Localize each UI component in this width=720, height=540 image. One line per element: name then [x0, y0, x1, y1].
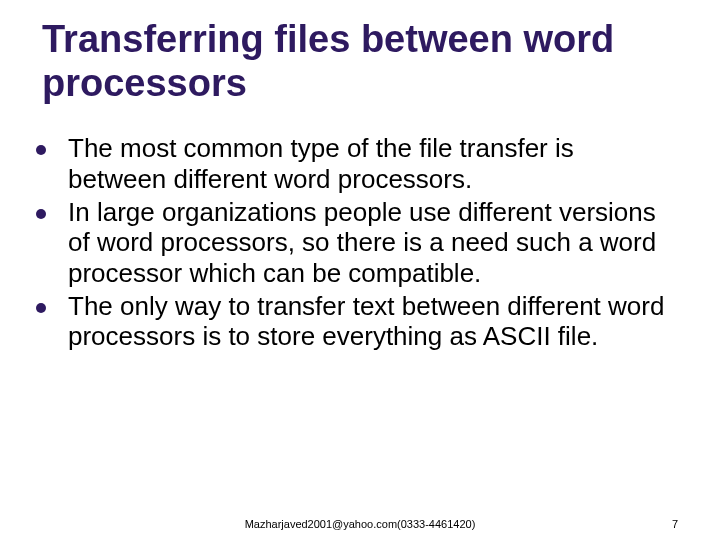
bullet-text: In large organizations people use differ… — [68, 197, 678, 289]
bullet-text: The only way to transfer text between di… — [68, 291, 678, 352]
bullet-item: The only way to transfer text between di… — [42, 291, 678, 352]
bullet-icon — [36, 303, 46, 313]
bullet-item: The most common type of the file transfe… — [42, 133, 678, 194]
bullet-icon — [36, 145, 46, 155]
footer-contact: Mazharjaved2001@yahoo.com(0333-4461420) — [245, 518, 476, 530]
slide-title: Transferring files between word processo… — [42, 18, 678, 105]
bullet-text: The most common type of the file transfe… — [68, 133, 678, 194]
bullet-item: In large organizations people use differ… — [42, 197, 678, 289]
page-number: 7 — [672, 518, 678, 530]
bullet-icon — [36, 209, 46, 219]
slide-body: The most common type of the file transfe… — [42, 133, 678, 352]
slide: Transferring files between word processo… — [0, 0, 720, 540]
